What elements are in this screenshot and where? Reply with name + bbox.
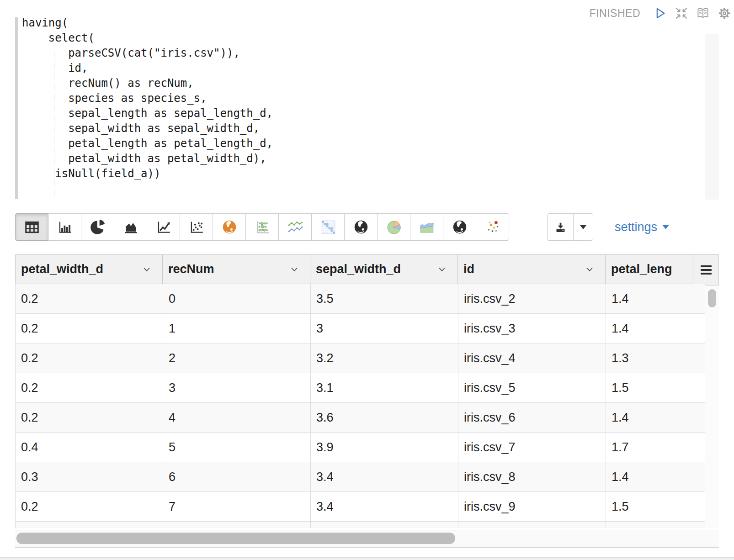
chart-button-bar-chart[interactable] xyxy=(48,213,81,241)
table-row: 0.243.6iris.csv_61.4 xyxy=(16,403,706,433)
shrink-button[interactable] xyxy=(674,6,689,21)
column-header-label: id xyxy=(463,262,474,276)
chevron-down-icon[interactable] xyxy=(586,267,593,272)
table-cell xyxy=(458,522,606,528)
table-cell: 1.4 xyxy=(606,403,706,433)
chart-button-pie-pastel[interactable] xyxy=(377,213,410,241)
chart-button-scatter-color[interactable] xyxy=(476,213,509,241)
table-cell: 3 xyxy=(311,314,458,343)
chevron-down-icon[interactable] xyxy=(291,267,298,272)
table-cell: 3.4 xyxy=(311,492,458,522)
table-cell: 1.4 xyxy=(606,284,706,314)
table-cell: 1.5 xyxy=(606,492,706,522)
download-button[interactable] xyxy=(547,213,574,241)
table-row: 0.453.9iris.csv_71.7 xyxy=(16,433,706,462)
settings-gear-button[interactable] xyxy=(717,6,732,21)
bar-chart-icon xyxy=(56,218,74,236)
table-cell: 0.2 xyxy=(16,492,163,522)
table-cell: 2 xyxy=(163,343,311,373)
table-row: 0.223.2iris.csv_41.3 xyxy=(16,343,706,373)
column-header-sepal_width_d[interactable]: sepal_width_d xyxy=(310,254,458,284)
table-vertical-scrollbar[interactable] xyxy=(705,285,719,528)
table-icon xyxy=(23,218,41,236)
table-row: 0.363.4iris.csv_81.4 xyxy=(16,462,706,492)
chart-button-bubble-chart[interactable] xyxy=(245,213,279,241)
line-chart-icon xyxy=(155,218,172,236)
table-horizontal-scrollbar[interactable] xyxy=(15,530,719,548)
download-icon xyxy=(554,221,567,233)
paragraph-divider xyxy=(0,557,734,560)
scatter-color-icon xyxy=(484,218,501,236)
paragraph-code: having( select( parseCSV(cat("iris.csv")… xyxy=(22,16,273,181)
display-toolbar: settings xyxy=(15,213,719,241)
chart-button-area-pastel[interactable] xyxy=(410,213,443,241)
chart-button-map-orange[interactable] xyxy=(213,213,246,241)
editor-scrollbar-track[interactable] xyxy=(705,34,719,200)
table-cell: iris.csv_4 xyxy=(458,343,606,373)
column-header-petal_leng[interactable]: petal_leng xyxy=(606,254,693,284)
settings-label: settings xyxy=(615,220,657,234)
bubble-chart-icon xyxy=(254,218,271,236)
book-button[interactable] xyxy=(696,6,710,21)
table-cell: 3.6 xyxy=(311,403,458,433)
run-button[interactable] xyxy=(653,6,667,21)
area-pastel-icon xyxy=(418,218,436,236)
table-cell: 3.5 xyxy=(311,284,458,314)
table-cell: iris.csv_2 xyxy=(458,284,606,314)
table-cell: 3.2 xyxy=(311,343,458,373)
chart-button-scatter-chart[interactable] xyxy=(180,213,213,241)
area-chart-icon xyxy=(122,218,139,236)
menu-icon xyxy=(700,265,712,275)
caret-down-icon xyxy=(662,225,669,229)
pie-chart-icon xyxy=(89,218,106,236)
table-cell: 1 xyxy=(163,314,311,343)
table-cell: 7 xyxy=(163,492,311,522)
chart-button-pie-chart[interactable] xyxy=(81,213,114,241)
globe-icon xyxy=(451,218,468,236)
scatter-chart-icon xyxy=(188,218,205,236)
table-cell: iris.csv_8 xyxy=(458,462,606,492)
table-cell xyxy=(163,522,311,528)
map-orange-icon xyxy=(221,218,238,236)
globe-icon xyxy=(352,218,370,236)
code-editor[interactable]: having( select( parseCSV(cat("iris.csv")… xyxy=(15,14,719,201)
column-header-id[interactable]: id xyxy=(458,254,606,284)
table-cell: 0.2 xyxy=(16,314,163,343)
table-cell: 0.3 xyxy=(16,462,163,492)
table-row: 0.273.4iris.csv_91.5 xyxy=(16,492,706,522)
vertical-scrollbar-thumb[interactable] xyxy=(708,289,716,307)
table-cell: 5 xyxy=(163,433,311,462)
chart-button-multi-line-chart[interactable] xyxy=(278,213,312,241)
table-menu-button[interactable] xyxy=(693,254,719,285)
chart-button-globe[interactable] xyxy=(344,213,378,241)
column-header-petal_width_d[interactable]: petal_width_d xyxy=(15,254,163,284)
download-button-group xyxy=(547,213,593,241)
table-cell: 0.2 xyxy=(16,373,163,403)
download-options-button[interactable] xyxy=(573,213,593,241)
table-cell: 0.2 xyxy=(16,403,163,433)
horizontal-scrollbar-thumb[interactable] xyxy=(16,533,455,544)
table-row: 0.233.1iris.csv_51.5 xyxy=(16,373,706,403)
column-header-recNum[interactable]: recNum xyxy=(163,254,310,284)
table-cell: iris.csv_3 xyxy=(458,314,606,343)
chevron-down-icon[interactable] xyxy=(143,267,150,272)
table-cell: iris.csv_6 xyxy=(458,403,606,433)
table-cell: 4 xyxy=(163,403,311,433)
table-header: petal_width_drecNumsepal_width_didpetal_… xyxy=(15,254,693,284)
settings-link[interactable]: settings xyxy=(615,213,669,241)
table-cell xyxy=(311,522,458,528)
chevron-down-icon[interactable] xyxy=(438,267,446,272)
table-cell xyxy=(16,522,163,528)
chart-button-globe-2[interactable] xyxy=(443,213,476,241)
chart-button-table[interactable] xyxy=(15,213,48,241)
chart-type-group xyxy=(15,213,509,241)
table-row: 0.203.5iris.csv_21.4 xyxy=(16,284,706,314)
chart-button-area-chart[interactable] xyxy=(114,213,147,241)
table-cell: 1.4 xyxy=(606,462,706,492)
chart-button-line-chart[interactable] xyxy=(147,213,180,241)
table-row-partial xyxy=(16,522,706,528)
status-badge: FINISHED xyxy=(590,7,640,20)
gear-icon xyxy=(717,6,732,21)
table-body: 0.203.5iris.csv_21.40.213iris.csv_31.40.… xyxy=(15,284,706,528)
chart-button-heatmap[interactable] xyxy=(311,213,345,241)
